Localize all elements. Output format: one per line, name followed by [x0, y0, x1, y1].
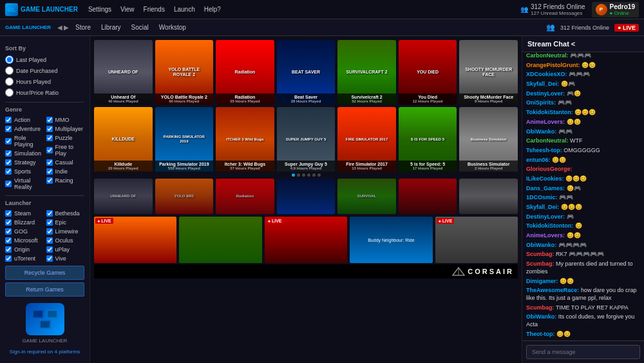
- genre-indie[interactable]: Indie: [46, 167, 85, 176]
- game-card-yolo[interactable]: YOLO BATTLE ROYALE 2 YOLO Battle Royale …: [155, 40, 214, 104]
- dot-4[interactable]: [307, 173, 310, 177]
- chat-message-15: Skyfall_Dei: 😊🎮: [526, 81, 640, 88]
- dot-5[interactable]: [312, 173, 316, 177]
- nav-social[interactable]: Social: [131, 24, 149, 31]
- game-card-r3-2[interactable]: YOLO BR2: [155, 179, 214, 214]
- genre-mmo[interactable]: MMO: [46, 115, 85, 124]
- nav-launch[interactable]: Launch: [174, 6, 195, 13]
- genre-rpg[interactable]: Role Playing: [5, 133, 44, 149]
- sign-in-notice[interactable]: Sign-in required on 4 platforms: [5, 349, 84, 355]
- launcher-uplay[interactable]: uPlay: [46, 245, 85, 254]
- nav-workstop[interactable]: Workstop: [159, 24, 186, 31]
- game-card-r3-1[interactable]: UNHEARD OF: [94, 179, 153, 214]
- launcher-microsoft[interactable]: Microsoft: [5, 236, 44, 245]
- nav-help[interactable]: Help?: [204, 6, 221, 13]
- chat-username-15: Skyfall_Dei:: [526, 81, 561, 87]
- chat-messages: HawkinsLab: Yo Acta what's upStrangeThin…: [522, 52, 644, 340]
- genre-vr[interactable]: Virtual Reality: [5, 176, 44, 191]
- chat-input[interactable]: [526, 345, 640, 359]
- sort-last-played[interactable]: Last Played: [5, 54, 84, 65]
- launcher-gog[interactable]: GOG: [5, 227, 44, 236]
- genre-free[interactable]: Free to Play: [46, 142, 85, 158]
- game-card-itcher[interactable]: ITCHER 3 Wild Bugs Itcher 3: Wild Bugs 3…: [216, 107, 274, 172]
- genre-strategy[interactable]: Strategy: [5, 158, 44, 167]
- chat-username-26: Dans_Games:: [526, 185, 567, 191]
- dot-3[interactable]: [302, 173, 305, 177]
- game-title-8: Killdude: [96, 162, 151, 166]
- game-card-business[interactable]: Business Simulator Business Simulator 2 …: [459, 107, 518, 172]
- game-card-beat[interactable]: BEAT SAVER Beat Saver 28 Hours Played: [277, 40, 336, 104]
- game-card-r3-5[interactable]: SURVIVAL: [337, 179, 396, 214]
- genre-puzzle[interactable]: Puzzle: [46, 133, 85, 142]
- game-card-fire[interactable]: FIRE SIMULATOR 2017 Fire Simulator 2017 …: [337, 107, 396, 172]
- thumb-4[interactable]: Buddy Neighbour: Ride: [350, 217, 432, 263]
- sort-radio-ratio[interactable]: [5, 88, 14, 97]
- chat-text-26: 😊🎮: [567, 185, 581, 191]
- thumb-2[interactable]: [179, 217, 261, 263]
- chat-message-35: Dimigamer: 😊😊: [526, 278, 640, 286]
- nav-view[interactable]: View: [120, 6, 135, 13]
- dot-6[interactable]: [317, 173, 321, 177]
- game-name-2: YOLO BATTLE ROYALE 2: [160, 67, 209, 77]
- game-card-r3-4[interactable]: [277, 179, 336, 214]
- sort-date[interactable]: Date Purchased: [5, 65, 84, 76]
- recycle-button[interactable]: Recycle Games: [5, 266, 84, 280]
- genre-multi[interactable]: Multiplayer: [46, 124, 85, 133]
- svg-rect-5: [41, 321, 50, 328]
- game-card-survival[interactable]: SURVIVALCRAFT 2 Survivelcraft 2 52 Hours…: [337, 40, 396, 104]
- return-button[interactable]: Return Games: [5, 282, 84, 297]
- chat-username-22: Tsheesh-top:: [526, 147, 564, 153]
- game-card-r3-3[interactable]: Radiation: [216, 179, 274, 214]
- back-arrow[interactable]: ◀: [57, 24, 62, 31]
- sort-hours[interactable]: Hours Played: [5, 76, 84, 87]
- nav-settings[interactable]: Settings: [88, 6, 111, 13]
- game-card-radiation[interactable]: Radiation Radiation 35 Hours Played: [216, 40, 274, 104]
- game-card-jumpy[interactable]: SUPER JUMPY GUY 5 Super Jumpy Guy 5 4.9 …: [277, 107, 336, 172]
- nav-store[interactable]: Store: [75, 24, 91, 31]
- launcher-blizzard[interactable]: Blizzard: [5, 218, 44, 227]
- launcher-limewire[interactable]: Limewire: [46, 227, 85, 236]
- sort-radio-hours[interactable]: [5, 77, 14, 86]
- game-hours-13: 17 Hours Played: [401, 166, 455, 170]
- game-hours-14: 2 Hours Played: [461, 166, 516, 170]
- launcher-epic[interactable]: Epic: [46, 218, 85, 227]
- game-card-killdude[interactable]: KILLDUDE Killdude 20 Hours Played: [94, 107, 153, 172]
- genre-casual[interactable]: Casual: [46, 158, 85, 167]
- thumb-5[interactable]: ● LIVE: [435, 217, 518, 263]
- launcher-bethesda[interactable]: Bethesda: [46, 209, 85, 218]
- genre-action[interactable]: Action: [5, 115, 44, 124]
- friends-icon-second: 👥: [546, 23, 555, 32]
- game-r3-name-1: UNHEARD OF: [110, 194, 136, 199]
- game-card-r3-7[interactable]: [459, 179, 518, 214]
- launcher-vive[interactable]: Vive: [46, 254, 85, 263]
- game-card-shooty[interactable]: SHOOTY MCMURDER FACE Shooty McMurder Fac…: [459, 40, 518, 104]
- genre-sim[interactable]: Simulation: [5, 149, 44, 158]
- sort-radio-date[interactable]: [5, 66, 14, 75]
- game-hours-2: 60 Hours Played: [157, 99, 212, 103]
- chat-message-36: TheAwesomeRace: how dare you do crap lik…: [526, 287, 640, 302]
- launcher-oculus[interactable]: Oculus: [46, 236, 85, 245]
- genre-racing[interactable]: Racing: [46, 176, 85, 185]
- launcher-origin[interactable]: Origin: [5, 245, 44, 254]
- sort-radio-last[interactable]: [5, 55, 14, 64]
- nav-library[interactable]: Library: [101, 24, 121, 31]
- dot-1[interactable]: [292, 173, 295, 177]
- game-card-youdied[interactable]: YOU DIED You Died 12 Hours Played: [399, 40, 457, 104]
- thumb-1[interactable]: ● LIVE: [94, 217, 176, 263]
- dot-2[interactable]: [297, 173, 300, 177]
- genre-sports[interactable]: Sports: [5, 167, 44, 176]
- game-card-speed[interactable]: $ IS FOR SPEED 5 5 is for Speed: 5 17 Ho…: [399, 107, 457, 172]
- game-card-unheard[interactable]: UNHEARD OF Unheard Of 40 Hours Played: [94, 40, 153, 104]
- sort-ratio[interactable]: Hour/Price Ratio: [5, 87, 84, 98]
- game-title-14: Business Simulator: [461, 162, 516, 166]
- forward-arrow[interactable]: ▶: [64, 24, 69, 31]
- user-profile[interactable]: P Pedro19 ● Online: [592, 2, 639, 17]
- game-card-parking[interactable]: PARKING SIMULATOR 2019 Parking Simulator…: [155, 107, 214, 172]
- logo-icon: GL: [5, 3, 18, 16]
- launcher-utorrent[interactable]: uTorrent: [5, 254, 44, 263]
- genre-adventure[interactable]: Adventure: [5, 124, 44, 133]
- thumb-3[interactable]: ● LIVE: [265, 217, 347, 263]
- launcher-steam[interactable]: Steam: [5, 209, 44, 218]
- nav-friends[interactable]: Friends: [144, 6, 165, 13]
- game-card-r3-6[interactable]: [399, 179, 457, 214]
